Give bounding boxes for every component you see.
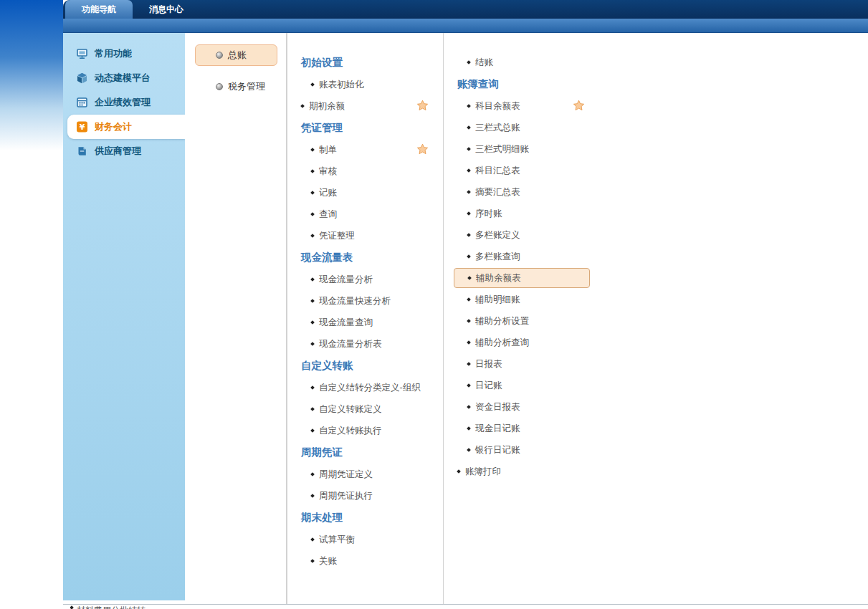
menu-item[interactable]: 辅助分析设置 [444,310,622,332]
menu-item[interactable]: 现金日记账 [444,418,622,439]
bullet-icon [310,299,315,303]
bullet-icon [467,297,471,302]
sidebar-item-label: 财务会计 [95,120,132,133]
sidebar-item[interactable]: 常用功能 [63,42,185,66]
menu-item[interactable]: 周期凭证执行 [287,485,443,507]
menu-item-label: 周期凭证定义 [319,469,373,481]
menu-item[interactable]: 自定义转账定义 [287,398,443,420]
bullet-icon [310,537,315,542]
menu-item[interactable]: 审核 [287,160,443,182]
sidebar-item-label: 企业绩效管理 [95,96,151,109]
menu-item[interactable]: 科目汇总表 [444,160,622,181]
menu-item[interactable]: 查询 [287,203,443,225]
menu-item-label: 制单 [319,144,337,156]
menu-item[interactable]: 现金流量分析 [287,269,443,290]
menu-item[interactable]: 账簿打印 [444,461,622,482]
menu-item-label: 科目余额表 [475,100,520,112]
sidebar: 常用功能动态建模平台企业绩效管理¥财务会计供应商管理 [63,33,185,600]
bullet-icon [310,342,315,346]
menu-item-label: 三栏式明细账 [475,143,529,155]
bullet-icon [310,234,315,238]
menu-group-header: 凭证管理 [287,117,443,139]
bullet-icon [467,254,471,259]
menu-item[interactable]: 银行日记账 [444,439,622,461]
menu-item-label: 现金流量快速分析 [319,295,391,307]
bullet-icon [467,60,471,64]
favorite-star-icon[interactable] [416,143,429,155]
menu-group-header: 期末处理 [287,507,443,529]
menu-item[interactable]: 科目余额表 [444,95,622,117]
menu-item[interactable]: 关账 [287,550,443,572]
sidebar-item[interactable]: 动态建模平台 [63,66,185,90]
menu-item[interactable]: 制单 [287,139,443,160]
menu-item[interactable]: 辅助明细账 [444,289,622,310]
bullet-icon [310,494,315,498]
menu-item-label: 凭证整理 [319,230,355,242]
menu-group-header: 周期凭证 [287,441,443,464]
menu-item-label: 现金流量分析表 [319,338,382,350]
menu-item-label: 周期凭证执行 [319,490,373,502]
menu-item[interactable]: 资金日报表 [444,396,622,418]
menu-item[interactable]: 现金流量快速分析 [287,290,443,312]
menu-item-label: 记账 [319,187,337,199]
module-item[interactable]: 税务管理 [195,76,277,97]
menu-item-label: 账表初始化 [319,79,364,91]
menu-item[interactable]: 辅助分析查询 [444,332,622,353]
bullet-icon [467,276,472,280]
bullet-icon [467,340,471,345]
menu-item[interactable]: 账表初始化 [287,74,443,95]
menu-item[interactable]: 周期凭证定义 [287,464,443,485]
grid-icon [76,97,89,108]
menu-item[interactable]: 试算平衡 [287,529,443,550]
menu-item[interactable]: 日报表 [444,353,622,375]
monitor-icon [76,48,89,59]
sidebar-item[interactable]: ¥财务会计 [67,115,185,139]
favorite-star-icon[interactable] [416,100,429,112]
menu-item[interactable]: 日记账 [444,375,622,396]
menu-item[interactable]: 摘要汇总表 [444,181,622,203]
favorite-star-icon[interactable] [573,100,585,112]
bullet-icon [467,233,471,237]
sidebar-item-label: 常用功能 [95,47,132,60]
module-item-label: 税务管理 [228,80,265,93]
top-navigation-bar: 功能导航消息中心 [63,0,868,19]
menu-item-label: 自定义转账定义 [319,403,382,416]
tab-function-navigation[interactable]: 功能导航 [65,0,133,19]
menu-item-label: 现金流量分析 [319,274,373,286]
menu-item[interactable]: 自定义结转分类定义-组织 [287,377,443,398]
bullet-icon [467,190,471,194]
menu-item-label: 关账 [319,555,337,567]
menu-item[interactable]: 结账 [444,52,622,73]
bullet-icon [310,559,315,563]
bullet-icon [467,405,471,409]
bullet-icon [310,169,315,173]
bullet-icon [300,104,305,108]
bullet-icon [310,472,315,476]
menu-item[interactable]: 现金流量分析表 [287,333,443,355]
menu-item-label: 科目汇总表 [475,165,520,177]
radio-icon [216,83,223,90]
menu-item[interactable]: 三栏式总账 [444,117,622,138]
bullet-icon [310,212,315,216]
tab-message-center[interactable]: 消息中心 [133,0,200,19]
menu-item[interactable]: 自定义转账执行 [287,420,443,441]
sidebar-item[interactable]: 企业绩效管理 [63,90,185,115]
menu-item[interactable]: 多栏账定义 [444,224,622,246]
menu-item-label: 自定义转账执行 [319,425,382,437]
bullet-icon [310,407,315,411]
sidebar-item-label: 供应商管理 [95,145,141,158]
sidebar-item[interactable]: 供应商管理 [63,139,185,163]
menu-item[interactable]: 三栏式明细账 [444,138,622,160]
menu-item[interactable]: 辅助余额表 [454,268,590,288]
module-item[interactable]: 总账 [195,44,277,66]
menu-item[interactable]: 多栏账查询 [444,246,622,267]
menu-item[interactable]: 期初余额 [287,95,443,117]
menu-item[interactable]: 现金流量查询 [287,312,443,333]
menu-item[interactable]: 序时账 [444,203,622,224]
menu-item-label: 结账 [475,57,493,69]
bullet-icon [70,605,74,609]
menu-item[interactable]: 记账 [287,182,443,203]
bullet-icon [467,362,471,366]
menu-item[interactable]: 凭证整理 [287,225,443,246]
menu-item-label: 辅助明细账 [475,294,520,306]
